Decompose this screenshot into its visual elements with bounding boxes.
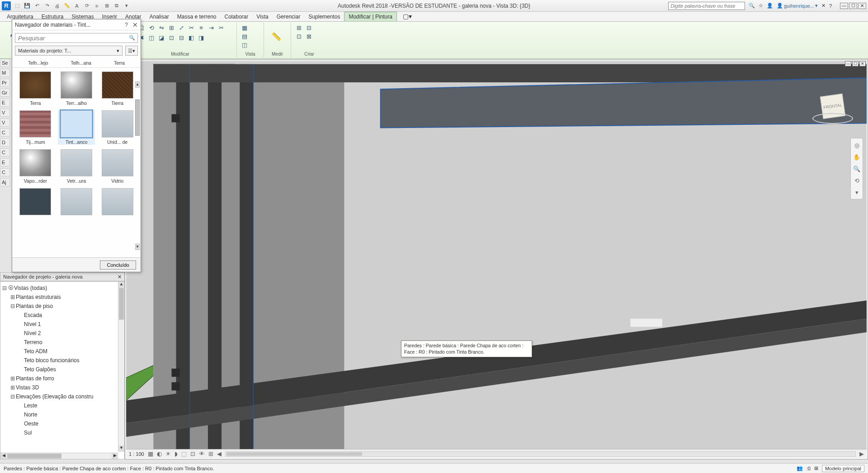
tree-item[interactable]: Nível 2	[1, 329, 123, 338]
create-icon-1[interactable]: ⊞	[295, 24, 303, 32]
tree-item[interactable]: Teto ADM	[1, 347, 123, 356]
search-icon[interactable]: 🔍	[129, 35, 135, 41]
tree-expander-icon[interactable]: ⊟	[9, 303, 16, 309]
material-browser-title-bar[interactable]: Navegador de materiais - Tint... ? ✕	[12, 19, 141, 30]
tab-modificar-pintura[interactable]: Modificar | Pintura	[344, 12, 397, 21]
model-combo[interactable]: Modelo principal	[822, 465, 864, 472]
tab-vista[interactable]: Vista	[252, 12, 272, 21]
exchange-icon[interactable]: ✕	[821, 3, 826, 9]
search-go-icon[interactable]: 🔍	[749, 3, 755, 9]
project-browser-close-icon[interactable]: ✕	[118, 274, 122, 280]
tree-expander-icon[interactable]: ⊞	[9, 375, 16, 382]
extra5-icon[interactable]: ◧	[187, 33, 195, 42]
view-cube[interactable]: FRONTAL	[812, 88, 853, 129]
tab-suplementos[interactable]: Suplementos	[304, 12, 344, 21]
view-minimize-icon[interactable]: —	[845, 61, 851, 66]
signin-icon[interactable]: 👤	[767, 3, 773, 9]
scroll-right-icon[interactable]: ▶	[112, 453, 118, 459]
minimize-button[interactable]: —	[840, 3, 848, 9]
material-item[interactable]: Tint...anco	[58, 110, 95, 145]
material-item[interactable]: Vetr...ura	[58, 149, 95, 184]
3d-model-canvas[interactable]	[126, 61, 867, 458]
steering-wheel-icon[interactable]: ◎	[852, 140, 862, 150]
scroll-down-icon[interactable]: ▼	[135, 244, 140, 250]
tree-item[interactable]: ⊞Vistas 3D	[1, 383, 123, 392]
rotate-icon[interactable]: ⟲	[147, 24, 156, 32]
detail-level-icon[interactable]: ▦	[148, 450, 153, 457]
editable-icon[interactable]: ⊞	[814, 465, 818, 471]
tree-item[interactable]: Oeste	[1, 419, 123, 428]
print-icon[interactable]: 🖨	[53, 2, 61, 9]
split-icon[interactable]: ✂	[217, 24, 225, 32]
user-menu[interactable]: 👤 guihenrique... ▾	[777, 3, 818, 9]
material-item[interactable]	[58, 188, 95, 217]
tree-item[interactable]: Leste	[1, 401, 123, 410]
app-logo[interactable]: R	[2, 1, 11, 10]
measure-icon[interactable]: 📏	[63, 2, 71, 9]
material-view-mode-button[interactable]: ☰▾	[125, 46, 138, 56]
extra1-icon[interactable]: ◫	[147, 33, 156, 42]
3d-viewport[interactable]: Paredes : Parede básica : Parede Chapa d…	[125, 60, 868, 459]
tree-item[interactable]: Sul	[1, 428, 123, 437]
view-icon-2[interactable]: ▤	[241, 32, 249, 40]
material-item[interactable]: Terr...alho	[58, 71, 95, 106]
view-maximize-icon[interactable]: ☐	[852, 61, 859, 66]
material-item[interactable]: Unid... de	[99, 110, 136, 145]
material-filter-combo[interactable]: Materiais do projeto: T...▾	[15, 46, 123, 56]
save-icon[interactable]: 💾	[24, 2, 31, 9]
trim-icon[interactable]: ✂	[187, 24, 195, 32]
pan-icon[interactable]: ✋	[852, 152, 862, 162]
create-icon-2[interactable]: ⊡	[295, 32, 303, 40]
tree-expander-icon[interactable]: ⊞	[9, 384, 16, 391]
scroll-up-icon[interactable]: ▲	[135, 81, 140, 88]
view-icon-1[interactable]: ▦	[241, 24, 249, 32]
material-search-input[interactable]	[15, 33, 138, 43]
measure-button[interactable]: 📏	[268, 24, 285, 50]
tree-expander-icon[interactable]: ⊟	[9, 393, 16, 400]
material-item[interactable]: Tierra	[99, 71, 136, 106]
offset-icon[interactable]: ⇥	[207, 24, 215, 32]
vc-right-icon[interactable]: ▶	[859, 450, 864, 457]
array-icon[interactable]: ⊞	[167, 24, 175, 32]
viewcube-ring[interactable]	[812, 113, 853, 124]
redo-icon[interactable]: ↷	[43, 2, 51, 9]
scroll-thumb[interactable]	[7, 454, 61, 459]
zoom-icon[interactable]: 🔍	[852, 164, 862, 174]
extra6-icon[interactable]: ◨	[197, 33, 205, 42]
tree-item[interactable]: Escada	[1, 311, 123, 320]
mirror-icon[interactable]: ⇋	[157, 24, 165, 32]
create-icon-4[interactable]: ⊠	[305, 32, 313, 40]
crop-icon[interactable]: ⊡	[190, 450, 195, 457]
tab-massa-e-terreno[interactable]: Massa e terreno	[173, 12, 221, 21]
project-hscrollbar[interactable]: ◀ ▶	[0, 453, 118, 459]
dropdown-icon[interactable]: ▾	[123, 2, 130, 9]
open-icon[interactable]: ⬚	[14, 2, 21, 9]
tab-colaborar[interactable]: Colaborar	[221, 12, 253, 21]
visual-style-icon[interactable]: ◐	[157, 450, 162, 457]
tree-item[interactable]: Teto Galpões	[1, 365, 123, 374]
star-icon[interactable]: ☆	[759, 3, 763, 9]
scroll-down-icon[interactable]: ▼	[118, 445, 124, 452]
shadow-icon[interactable]: ◗	[175, 450, 178, 457]
extra3-icon[interactable]: ⊡	[167, 33, 175, 42]
material-item[interactable]	[99, 188, 136, 217]
material-item[interactable]: Terra	[17, 71, 54, 106]
maximize-button[interactable]: ☐	[849, 3, 857, 9]
material-scrollbar[interactable]: ▲ ▼	[135, 81, 140, 250]
tree-expander-icon[interactable]: ⊞	[9, 294, 16, 300]
vc-left-icon[interactable]: ◀	[217, 450, 222, 457]
material-item[interactable]	[17, 188, 54, 217]
scroll-thumb[interactable]	[135, 99, 140, 136]
scroll-up-icon[interactable]: ▲	[118, 282, 124, 288]
tree-item[interactable]: Terreno	[1, 338, 123, 347]
align-icon[interactable]: ≡	[197, 24, 205, 32]
close-button[interactable]: ✕	[858, 3, 866, 9]
tree-item[interactable]: ⊟⦿Vistas (todas)	[1, 284, 123, 293]
tab-analisar[interactable]: Analisar	[145, 12, 173, 21]
reveal-icon[interactable]: ⊞	[208, 450, 213, 457]
tree-item[interactable]: ⊟Plantas de piso	[1, 302, 123, 311]
tree-item[interactable]: Norte	[1, 410, 123, 419]
scale-label[interactable]: 1 : 100	[129, 451, 144, 457]
scroll-left-icon[interactable]: ◀	[0, 453, 7, 459]
material-item[interactable]: Tij...mum	[17, 110, 54, 145]
